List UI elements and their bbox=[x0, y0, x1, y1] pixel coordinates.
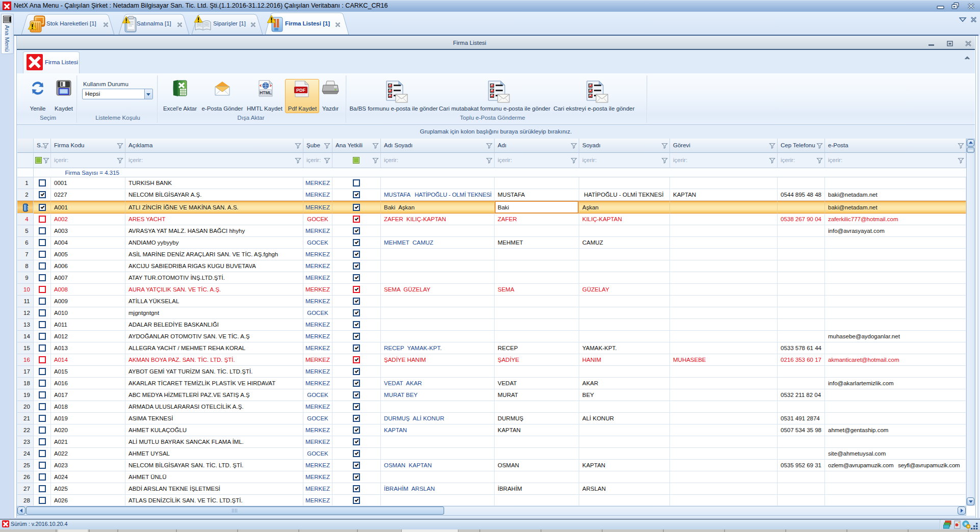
svg-text:PDF: PDF bbox=[296, 88, 306, 93]
svg-text:HTML: HTML bbox=[260, 90, 272, 95]
